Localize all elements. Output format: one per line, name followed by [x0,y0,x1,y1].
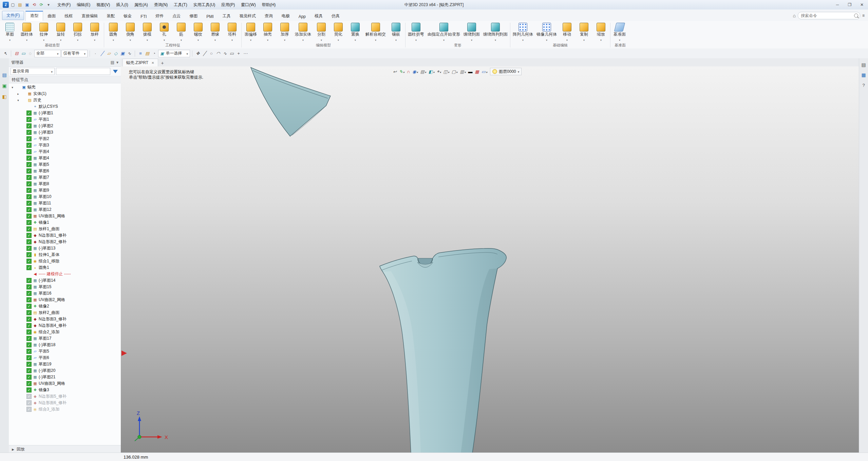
tree-item[interactable]: (-)草图1 [9,110,121,116]
ribbon-tab[interactable]: 造型 [25,11,43,21]
tb-window-select-icon[interactable] [20,50,27,57]
scope-combo[interactable]: 仅有零件 [61,50,88,57]
tree-item[interactable]: (-)草图3 [9,129,121,136]
vt-magnet-icon[interactable] [406,68,411,75]
panel-caret-icon[interactable] [116,60,118,65]
ribbon-tab[interactable]: 装配 [102,11,119,21]
ribbon-tab[interactable]: 模具 [310,11,327,21]
ribbon-tab[interactable]: 直接编辑 [77,11,102,21]
tree-item[interactable]: 平面5 [9,348,121,355]
tree-item[interactable]: 草图19 [9,361,121,367]
feature-checkbox[interactable] [26,381,32,386]
chevron-down-icon[interactable] [60,37,61,42]
vt-orient-icon[interactable] [420,68,427,75]
qa-undo-icon[interactable] [31,2,37,8]
feature-checkbox[interactable] [26,201,32,206]
vt-exit-icon[interactable] [392,68,397,75]
qa-redo-icon[interactable] [38,2,44,8]
menu-item[interactable]: 应用(P) [218,0,238,9]
tree-item[interactable]: 组合2_添加 [9,329,121,335]
tree-item[interactable]: 镜像2 [9,303,121,309]
feature-checkbox[interactable] [26,407,32,412]
expander-icon[interactable]: ▾ [16,99,20,102]
ribbon-button[interactable]: 坯料 [224,21,241,42]
feature-checkbox[interactable] [26,329,32,335]
tree-item[interactable]: N边形面3_修补 [9,316,121,322]
feature-checkbox[interactable] [26,317,32,322]
tb-pick-arrow-icon[interactable] [2,50,9,57]
feature-checkbox[interactable] [26,265,32,270]
ribbon-button[interactable]: 阵列几何体 [511,21,535,42]
ribbon-button[interactable]: 基准面 [611,21,628,42]
chevron-down-icon[interactable] [130,37,131,42]
tree-item[interactable]: 草图10 [9,194,121,200]
feature-checkbox[interactable] [26,375,32,380]
ribbon-button[interactable]: 拉伸 [35,21,52,42]
ribbon-button[interactable]: 草图 [1,21,18,42]
tree-item[interactable]: 圆角1 [9,264,121,271]
ribbon-tab[interactable]: 文件(F) [2,11,24,20]
menu-item[interactable]: 工具(T) [171,0,190,9]
ribbon-button[interactable]: 唇缘 [207,21,224,42]
chevron-down-icon[interactable] [443,37,445,42]
feature-checkbox[interactable] [26,168,32,174]
filter-all-combo[interactable]: 全部 [34,50,61,57]
feature-checkbox[interactable] [26,349,32,354]
chevron-down-icon[interactable] [546,37,547,42]
ribbon-button[interactable]: 镜像几何体 [535,21,559,42]
feature-checkbox[interactable] [26,355,32,360]
search-icon[interactable] [854,14,858,18]
tb-history-icon[interactable] [144,50,151,57]
chevron-down-icon[interactable] [94,37,95,42]
search-input[interactable] [800,13,854,18]
ribbon-button[interactable]: 圆柱折弯 [406,21,426,42]
vt-monitor-icon[interactable] [481,68,488,75]
feature-checkbox[interactable] [26,394,32,399]
tree-item[interactable]: UV曲面1_网格 [9,213,121,219]
chevron-down-icon[interactable] [77,37,78,42]
feature-checkbox[interactable] [26,284,32,289]
tree-item[interactable]: 草图15 [9,284,121,290]
tree-item[interactable]: 平面2 [9,136,121,142]
qa-app-logo-icon[interactable] [3,2,9,8]
feature-checkbox[interactable] [26,233,32,238]
tree-item[interactable]: 镜像1 [9,219,121,226]
tree-item[interactable]: 平面1 [9,116,121,123]
chevron-down-icon[interactable] [214,37,216,42]
tree-item[interactable]: N边形面4_修补 [9,322,121,329]
ribbon-button[interactable]: 简化 [330,21,347,42]
ribbon-tab[interactable]: 线框 [60,11,77,21]
feature-checkbox[interactable] [26,123,32,128]
feature-checkbox[interactable] [26,368,32,373]
expander-icon[interactable]: ▾ [11,86,14,89]
tb-lasso-icon[interactable] [27,50,34,57]
feature-checkbox[interactable] [26,304,32,309]
ls-config-icon[interactable] [1,94,7,100]
ribbon-button[interactable]: 缠绕阵列到面 [482,21,509,42]
ribbon-button[interactable]: 孔 [156,21,173,42]
menu-item[interactable]: 查询(N) [151,0,171,9]
tree-item[interactable]: N边形面5_修补 [9,393,121,400]
tree-item[interactable]: 草图6 [9,168,121,174]
feature-checkbox[interactable] [26,226,32,232]
tree-item[interactable]: 平面3 [9,142,121,148]
menu-item[interactable]: 编辑(E) [74,0,93,9]
qa-caret-icon[interactable] [45,2,52,8]
chevron-down-icon[interactable] [321,37,322,42]
feature-checkbox[interactable] [26,207,32,212]
tree-item[interactable]: ▸ 实体(1) [9,91,121,97]
feature-checkbox[interactable] [26,188,32,193]
vt-material-icon[interactable] [412,68,418,75]
chevron-down-icon[interactable] [600,37,602,42]
ribbon-button[interactable]: 面偏移 [242,21,259,42]
feature-checkbox[interactable] [26,323,32,328]
tree-item[interactable]: 草图17 [9,335,121,342]
feature-checkbox[interactable] [26,336,32,341]
tree-item[interactable]: ▾ 蜗壳 [9,84,121,91]
feature-checkbox[interactable] [26,291,32,296]
tb-component-filter-icon[interactable] [119,50,126,57]
feature-checkbox[interactable] [26,400,32,405]
chevron-down-icon[interactable] [267,37,268,42]
ribbon-button[interactable]: 拔模 [139,21,156,42]
feature-checkbox[interactable] [26,175,32,180]
